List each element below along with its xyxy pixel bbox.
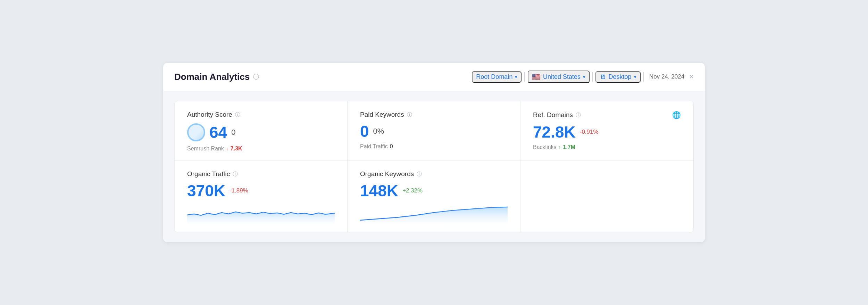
backlinks-label: Backlinks	[533, 144, 557, 150]
paid-keywords-change: 0%	[373, 127, 384, 136]
header-controls: Root Domain ▾ 🇺🇸 United States ▾ 🖥 Deskt…	[472, 71, 694, 83]
paid-keywords-value-row: 0 0%	[360, 123, 508, 139]
desktop-label: Desktop	[608, 73, 631, 81]
widget-body: Authority Score ⓘ 64 0 Semrush Rank ↓ 7.…	[163, 91, 705, 242]
ref-domains-label: Ref. Domains ⓘ 🌐	[533, 111, 681, 119]
authority-score-change: 0	[231, 128, 235, 137]
authority-score-info-icon[interactable]: ⓘ	[235, 112, 240, 118]
ref-domains-cell: Ref. Domains ⓘ 🌐 72.8K -0.91% Backlinks …	[520, 101, 693, 160]
widget-header: Domain Analytics ⓘ Root Domain ▾ 🇺🇸 Unit…	[163, 63, 705, 91]
backlinks-value: 1.7M	[563, 144, 576, 150]
organic-traffic-change: -1.89%	[229, 187, 248, 194]
authority-score-circle-icon	[187, 123, 205, 141]
empty-cell	[520, 160, 693, 232]
paid-traffic-value: 0	[390, 143, 393, 150]
organic-traffic-label: Organic Traffic ⓘ	[187, 170, 335, 178]
paid-traffic-row: Paid Traffic 0	[360, 143, 508, 150]
semrush-rank-label: Semrush Rank	[187, 146, 224, 152]
root-domain-chevron-icon: ▾	[515, 74, 517, 80]
device-button[interactable]: 🖥 Desktop ▾	[595, 71, 640, 83]
ref-domains-change: -0.91%	[580, 129, 599, 135]
paid-keywords-label: Paid Keywords ⓘ	[360, 111, 508, 118]
authority-score-value: 64	[209, 124, 227, 140]
country-chevron-icon: ▾	[583, 74, 585, 80]
paid-traffic-label: Paid Traffic	[360, 143, 388, 150]
semrush-rank-value: 7.3K	[231, 146, 242, 152]
organic-keywords-value: 148K	[360, 183, 398, 199]
metrics-grid: Authority Score ⓘ 64 0 Semrush Rank ↓ 7.…	[174, 101, 694, 232]
authority-score-value-row: 64 0	[187, 123, 335, 141]
semrush-rank-row: Semrush Rank ↓ 7.3K	[187, 146, 335, 152]
paid-keywords-cell: Paid Keywords ⓘ 0 0% Paid Traffic 0	[348, 101, 520, 160]
ref-domains-value-row: 72.8K -0.91%	[533, 124, 681, 140]
root-domain-button[interactable]: Root Domain ▾	[472, 71, 521, 83]
organic-keywords-cell: Organic Keywords ⓘ 148K +2.32%	[348, 160, 520, 232]
authority-score-cell: Authority Score ⓘ 64 0 Semrush Rank ↓ 7.…	[175, 101, 348, 160]
organic-keywords-sparkline-svg	[360, 203, 508, 224]
domain-analytics-widget: Domain Analytics ⓘ Root Domain ▾ 🇺🇸 Unit…	[163, 63, 705, 242]
paid-keywords-value: 0	[360, 123, 369, 139]
organic-keywords-label: Organic Keywords ⓘ	[360, 170, 508, 178]
organic-traffic-value: 370K	[187, 183, 225, 199]
country-label: United States	[543, 73, 581, 81]
organic-traffic-chart	[187, 203, 335, 224]
paid-keywords-info-icon[interactable]: ⓘ	[407, 112, 412, 118]
ref-domains-value: 72.8K	[533, 124, 576, 140]
widget-title: Domain Analytics	[174, 72, 250, 82]
organic-keywords-value-row: 148K +2.32%	[360, 183, 508, 199]
desktop-icon: 🖥	[600, 73, 606, 81]
organic-traffic-sparkline-svg	[187, 203, 335, 224]
backlinks-row: Backlinks ↑ 1.7M	[533, 144, 681, 150]
date-label: Nov 24, 2024	[649, 73, 684, 80]
organic-traffic-cell: Organic Traffic ⓘ 370K -1.89%	[175, 160, 348, 232]
authority-score-label: Authority Score ⓘ	[187, 111, 335, 118]
divider-2	[592, 72, 593, 82]
root-domain-label: Root Domain	[476, 73, 512, 81]
title-info-icon[interactable]: ⓘ	[253, 73, 259, 81]
us-flag-icon: 🇺🇸	[532, 73, 541, 81]
globe-icon[interactable]: 🌐	[672, 111, 681, 119]
organic-keywords-chart	[360, 203, 508, 224]
country-button[interactable]: 🇺🇸 United States ▾	[528, 71, 590, 83]
device-chevron-icon: ▾	[634, 74, 636, 80]
close-button[interactable]: ×	[689, 73, 694, 81]
divider-1	[524, 72, 525, 82]
backlinks-arrow-icon: ↑	[559, 145, 561, 150]
divider-3	[643, 72, 644, 82]
semrush-rank-arrow-icon: ↓	[226, 146, 228, 151]
organic-keywords-change: +2.32%	[402, 187, 423, 194]
organic-keywords-info-icon[interactable]: ⓘ	[417, 171, 422, 178]
ref-domains-info-icon[interactable]: ⓘ	[576, 112, 581, 118]
organic-traffic-info-icon[interactable]: ⓘ	[233, 171, 238, 178]
organic-traffic-value-row: 370K -1.89%	[187, 183, 335, 199]
